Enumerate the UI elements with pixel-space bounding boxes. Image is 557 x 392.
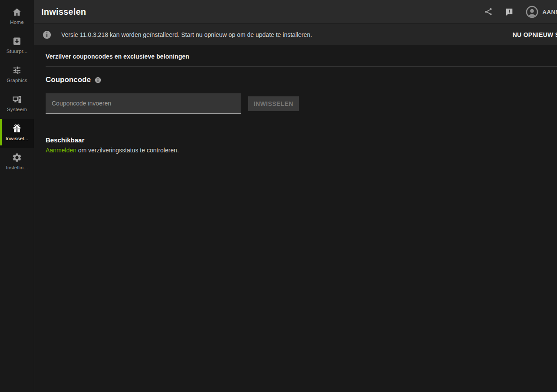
sidebar: Home Stuurpr... Graphics bbox=[0, 0, 34, 392]
sidebar-item-label: Instellin... bbox=[6, 165, 28, 170]
home-icon bbox=[12, 7, 22, 17]
sidebar-item-home[interactable]: Home bbox=[0, 3, 34, 32]
drivers-icon bbox=[12, 36, 22, 46]
signin-link[interactable]: Aanmelden bbox=[46, 147, 76, 154]
system-icon bbox=[12, 94, 22, 105]
redeem-status-line: Aanmelden om verzilveringsstatus te cont… bbox=[46, 147, 557, 154]
page-subtitle: Verzilver couponcodes en exclusieve belo… bbox=[46, 53, 557, 60]
update-banner: Versie 11.0.3.218 kan worden geïnstallee… bbox=[34, 23, 557, 45]
feedback-icon bbox=[504, 7, 514, 16]
signin-label: AANMELDEN bbox=[543, 9, 557, 15]
sidebar-item-redeem[interactable]: Inwissel... bbox=[0, 119, 34, 148]
restart-now-button[interactable]: NU OPNIEUW STARTEN bbox=[513, 31, 557, 38]
coupon-code-input[interactable] bbox=[46, 93, 241, 114]
graphics-icon bbox=[12, 65, 22, 76]
share-icon bbox=[484, 7, 493, 16]
coupon-code-label: Couponcode bbox=[46, 76, 91, 84]
available-title: Beschikbaar bbox=[46, 136, 557, 144]
sidebar-item-label: Home bbox=[10, 20, 23, 25]
sidebar-item-label: Graphics bbox=[7, 78, 27, 83]
share-button[interactable] bbox=[483, 7, 494, 17]
update-message: Versie 11.0.3.218 kan worden geïnstallee… bbox=[61, 31, 312, 38]
sidebar-item-label: Systeem bbox=[7, 107, 27, 112]
page-title: Inwisselen bbox=[41, 7, 86, 17]
redeem-content: Verzilver couponcodes en exclusieve belo… bbox=[34, 45, 557, 154]
avatar-icon bbox=[526, 6, 538, 18]
header: Inwisselen bbox=[34, 0, 557, 23]
sidebar-item-system[interactable]: Systeem bbox=[0, 90, 34, 119]
sidebar-item-drivers[interactable]: Stuurpr... bbox=[0, 32, 34, 61]
sidebar-item-settings[interactable]: Instellin... bbox=[0, 148, 34, 177]
available-section: Beschikbaar Aanmelden om verzilveringsst… bbox=[46, 136, 557, 154]
feedback-button[interactable] bbox=[504, 7, 514, 17]
signin-button[interactable]: AANMELDEN bbox=[526, 6, 557, 18]
settings-icon bbox=[12, 152, 22, 163]
redeem-status-text: om verzilveringsstatus te controleren. bbox=[76, 147, 179, 154]
redeem-icon bbox=[12, 123, 22, 134]
divider bbox=[46, 66, 557, 67]
sidebar-item-graphics[interactable]: Graphics bbox=[0, 61, 34, 90]
redeem-button[interactable]: INWISSELEN bbox=[248, 96, 299, 111]
sidebar-item-label: Inwissel... bbox=[6, 136, 29, 141]
info-icon[interactable] bbox=[95, 77, 101, 83]
info-icon bbox=[42, 30, 52, 40]
header-actions: AANMELDEN bbox=[483, 6, 557, 18]
sidebar-item-label: Stuurpr... bbox=[7, 49, 28, 54]
